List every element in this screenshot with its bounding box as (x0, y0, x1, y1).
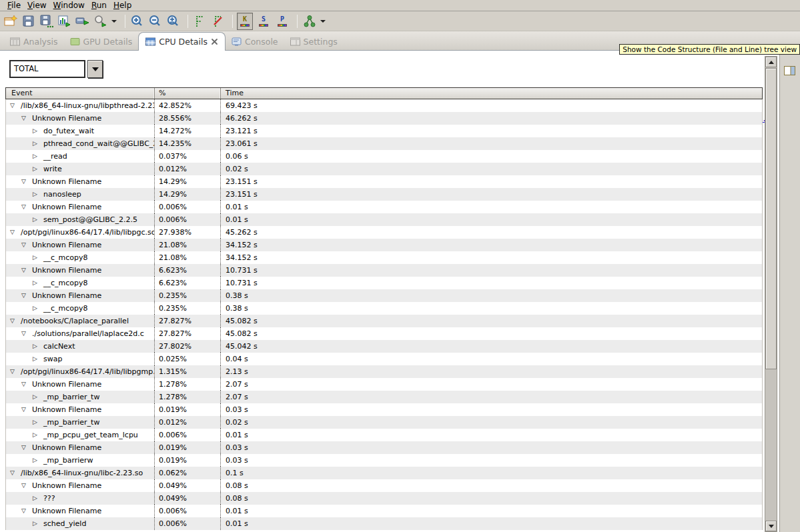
tab-analysis[interactable]: Analysis (4, 33, 64, 50)
save-as-icon[interactable] (39, 13, 55, 29)
table-row[interactable]: calcNext 27.802% 45.042 s (6, 340, 762, 353)
table-row[interactable]: /lib/x86_64-linux-gnu/libc-2.23.so 0.062… (6, 467, 762, 479)
table-row[interactable]: _mp_barrier_tw 1.278% 2.07 s (6, 391, 762, 403)
tab-settings[interactable]: Settings (284, 33, 344, 50)
tree-toggle-icon[interactable] (33, 492, 43, 505)
tree-toggle-icon[interactable] (10, 226, 21, 239)
tree-toggle-icon[interactable] (33, 517, 43, 530)
tab-gpu-details[interactable]: GPU Details (64, 33, 139, 50)
tree-toggle-icon[interactable] (33, 150, 43, 163)
flag-slash-icon[interactable] (210, 13, 226, 29)
table-row[interactable]: sem_post@@GLIBC_2.2.5 0.006% 0.01 s (6, 213, 762, 226)
tree-toggle-icon[interactable] (10, 467, 21, 479)
tree-toggle-icon[interactable] (21, 505, 32, 517)
table-row[interactable]: Unknown Filename 14.29% 23.151 s (6, 175, 762, 188)
table-row[interactable]: __c_mcopy8 21.08% 34.152 s (6, 251, 762, 264)
vertical-scrollbar[interactable] (765, 56, 777, 532)
header-percent[interactable]: % (155, 88, 221, 99)
table-row[interactable]: Unknown Filename 0.049% 0.08 s (6, 479, 762, 492)
call-tree-dropdown-caret[interactable] (320, 20, 326, 23)
table-row[interactable]: Unknown Filename 6.623% 10.731 s (6, 264, 762, 277)
table-row[interactable]: do_futex_wait 14.272% 23.121 s (6, 125, 762, 137)
table-row[interactable]: __c_mcopy8 0.235% 0.38 s (6, 302, 762, 315)
tree-toggle-icon[interactable] (21, 378, 32, 391)
tree-toggle-icon[interactable] (21, 403, 32, 416)
header-event[interactable]: Event (6, 88, 155, 99)
tree-toggle-icon[interactable] (21, 479, 32, 492)
header-time[interactable]: Time (221, 88, 762, 99)
table-row[interactable]: Unknown Filename 0.019% 0.03 s (6, 403, 762, 416)
tree-toggle-icon[interactable] (21, 112, 32, 125)
table-row[interactable]: pthread_cond_wait@@GLIBC_2.3 14.235% 23.… (6, 137, 762, 150)
table-row[interactable]: Unknown Filename 1.278% 2.07 s (6, 378, 762, 391)
tree-toggle-icon[interactable] (33, 163, 43, 175)
tree-toggle-icon[interactable] (21, 175, 32, 188)
search-icon[interactable] (93, 13, 109, 29)
table-row[interactable]: /opt/pgi/linux86-64/17.4/lib/libpgc.so 2… (6, 226, 762, 239)
tree-toggle-icon[interactable] (10, 365, 21, 378)
tree-toggle-icon[interactable] (21, 201, 32, 213)
zoom-out-icon[interactable] (147, 13, 163, 29)
new-profile-icon[interactable] (3, 13, 19, 29)
source-view-button[interactable]: S (256, 13, 272, 30)
kernel-view-button[interactable]: K (237, 13, 253, 30)
tree-toggle-icon[interactable] (21, 441, 32, 454)
save-icon[interactable] (21, 13, 37, 29)
tab-console[interactable]: Console (226, 33, 284, 50)
tree-toggle-icon[interactable] (33, 391, 43, 403)
close-icon[interactable] (211, 38, 218, 45)
table-row[interactable]: _mp_barrierw 0.019% 0.03 s (6, 454, 762, 467)
scrollbar-thumb[interactable] (765, 68, 777, 369)
table-row[interactable]: /opt/pgi/linux86-64/17.4/lib/libpgmp.so … (6, 365, 762, 378)
table-row[interactable]: write 0.012% 0.02 s (6, 163, 762, 175)
tree-toggle-icon[interactable] (33, 416, 43, 429)
profile-view-button[interactable]: P (274, 13, 290, 30)
menu-view[interactable]: View (24, 0, 49, 11)
tree-toggle-icon[interactable] (33, 137, 43, 150)
tree-toggle-icon[interactable] (33, 125, 43, 137)
zoom-in-icon[interactable] (129, 13, 145, 29)
table-row[interactable]: _mp_pcpu_get_team_lcpu 0.006% 0.01 s (6, 429, 762, 441)
table-row[interactable]: swap 0.025% 0.04 s (6, 353, 762, 365)
tree-toggle-icon[interactable] (21, 264, 32, 277)
table-row[interactable]: /lib/x86_64-linux-gnu/libpthread-2.23.so… (6, 99, 762, 112)
combobox-value[interactable]: TOTAL (9, 60, 85, 78)
table-row[interactable]: Unknown Filename 0.019% 0.03 s (6, 441, 762, 454)
tree-toggle-icon[interactable] (33, 251, 43, 264)
tree-toggle-icon[interactable] (10, 99, 21, 112)
tab-cpu-details[interactable]: CPU Details (138, 32, 226, 51)
import-profile-icon[interactable] (75, 13, 91, 29)
scroll-down-button[interactable] (765, 521, 777, 531)
tree-toggle-icon[interactable] (21, 289, 32, 302)
menu-help[interactable]: Help (110, 0, 135, 11)
split-pane-icon[interactable] (784, 66, 796, 76)
search-dropdown-caret[interactable] (111, 20, 117, 23)
flag-f-icon[interactable] (192, 13, 208, 29)
profile-scope-combobox[interactable]: TOTAL (9, 60, 103, 78)
tree-toggle-icon[interactable] (21, 327, 32, 340)
table-row[interactable]: Unknown Filename 28.556% 46.262 s (6, 112, 762, 125)
table-row[interactable]: Unknown Filename 0.235% 0.38 s (6, 289, 762, 302)
zoom-fit-icon[interactable] (165, 13, 181, 29)
tree-toggle-icon[interactable] (33, 454, 43, 467)
table-row[interactable]: nanosleep 14.29% 23.151 s (6, 188, 762, 201)
table-row[interactable]: Unknown Filename 0.006% 0.01 s (6, 505, 762, 517)
table-row[interactable]: /notebooks/C/laplace_parallel 27.827% 45… (6, 315, 762, 327)
tree-toggle-icon[interactable] (33, 277, 43, 289)
table-row[interactable]: sched_yield 0.006% 0.01 s (6, 517, 762, 530)
tree-toggle-icon[interactable] (33, 302, 43, 315)
combobox-dropdown-button[interactable] (87, 60, 103, 78)
tree-toggle-icon[interactable] (33, 353, 43, 365)
tree-toggle-icon[interactable] (10, 315, 21, 327)
tree-toggle-icon[interactable] (21, 239, 32, 251)
table-row[interactable]: Unknown Filename 0.006% 0.01 s (6, 201, 762, 213)
tree-toggle-icon[interactable] (33, 340, 43, 353)
menu-file[interactable]: File (4, 0, 24, 11)
table-row[interactable]: ./solutions/parallel/laplace2d.c 27.827%… (6, 327, 762, 340)
menu-run[interactable]: Run (88, 0, 110, 11)
call-tree-icon[interactable] (302, 13, 318, 29)
scroll-up-button[interactable] (765, 57, 777, 67)
table-row[interactable]: __c_mcopy8 6.623% 10.731 s (6, 277, 762, 289)
table-row[interactable]: _mp_barrier_tw 0.012% 0.02 s (6, 416, 762, 429)
tree-toggle-icon[interactable] (33, 188, 43, 201)
